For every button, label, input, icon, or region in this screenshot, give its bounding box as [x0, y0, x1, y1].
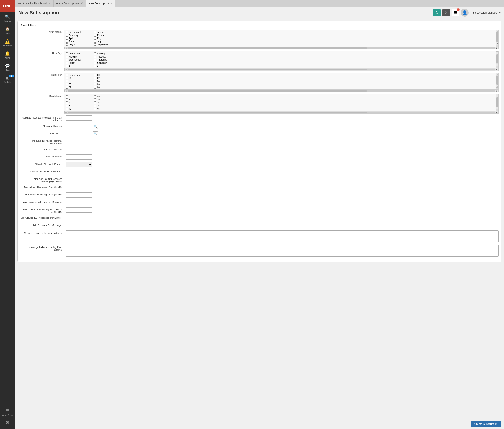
- sidebar-item-chats[interactable]: 💬 Chats: [0, 61, 15, 73]
- cb-hour-00[interactable]: 00: [94, 74, 122, 76]
- max-age-input[interactable]: [66, 177, 92, 182]
- cb-sunday-input[interactable]: [94, 53, 96, 55]
- cb-august-input[interactable]: [66, 43, 68, 46]
- cb-min-05[interactable]: 05: [94, 95, 122, 98]
- run-day-vscroll-down[interactable]: ▼: [496, 64, 499, 66]
- cb-day-2-input[interactable]: [94, 65, 96, 67]
- run-hour-vscroll-up[interactable]: ▲: [496, 73, 499, 75]
- tab-neo-close[interactable]: ✕: [48, 2, 51, 5]
- cb-june-input[interactable]: [66, 40, 68, 43]
- run-month-vscroll-up[interactable]: ▲: [496, 30, 499, 33]
- cb-april[interactable]: April: [66, 37, 94, 40]
- cb-hour-03[interactable]: 03: [66, 80, 94, 82]
- cb-tuesday-input[interactable]: [94, 55, 96, 58]
- run-minute-scroll-left[interactable]: ◀: [64, 111, 67, 114]
- min-records-input[interactable]: [66, 223, 92, 228]
- cb-every-month-input[interactable]: [66, 31, 68, 34]
- cb-september-input[interactable]: [94, 43, 96, 46]
- cb-every-month[interactable]: Every Month: [66, 31, 94, 34]
- cb-every-hour[interactable]: Every Hour: [66, 74, 94, 76]
- cb-min-35[interactable]: 35: [94, 104, 122, 107]
- cb-sunday[interactable]: Sunday: [94, 52, 122, 55]
- run-day-scroll-right[interactable]: ▶: [495, 68, 498, 71]
- cb-min-45[interactable]: 45: [94, 107, 122, 110]
- cb-may[interactable]: May: [94, 37, 122, 40]
- sidebar-item-menus[interactable]: ☰ Menus/Favs: [0, 407, 15, 418]
- max-allowed-processing-input[interactable]: [66, 207, 92, 213]
- cb-day-2[interactable]: 2: [94, 64, 122, 67]
- run-month-scroll-left[interactable]: ◀: [64, 47, 67, 49]
- refresh-button[interactable]: ↻: [433, 9, 441, 16]
- cb-friday[interactable]: Friday: [66, 62, 94, 64]
- execute-as-input[interactable]: [66, 131, 92, 136]
- create-subscription-button[interactable]: Create Subscription: [470, 421, 501, 427]
- cb-monday-input[interactable]: [66, 55, 68, 58]
- cb-min-25[interactable]: 25: [94, 101, 122, 104]
- interface-version-input[interactable]: [66, 147, 92, 152]
- validate-input[interactable]: [66, 116, 92, 121]
- cb-every-day-input[interactable]: [66, 53, 68, 55]
- run-minute-scroll-right[interactable]: ▶: [495, 111, 498, 114]
- run-hour-vscroll-down[interactable]: ▼: [496, 85, 499, 88]
- run-hour-scroll-right[interactable]: ▶: [495, 90, 498, 92]
- tab-neo[interactable]: Neo Analytics Dashboard ✕: [15, 0, 54, 7]
- user-dropdown[interactable]: 👤 Transportation Manager ▾: [461, 9, 501, 17]
- cb-july[interactable]: July: [94, 40, 122, 43]
- cb-june[interactable]: June: [66, 40, 94, 43]
- sidebar-item-switch[interactable]: ⊞ Switch 📋: [0, 73, 15, 86]
- cb-min-10[interactable]: 10: [66, 98, 94, 101]
- run-minute-vscroll-up[interactable]: ▲: [496, 94, 499, 97]
- sidebar-item-system[interactable]: ⚙: [0, 418, 15, 427]
- min-kb-processed-input[interactable]: [66, 215, 92, 221]
- max-message-size-input[interactable]: [66, 185, 92, 190]
- cb-hour-06-input[interactable]: [94, 83, 96, 86]
- cb-february-input[interactable]: [66, 34, 68, 36]
- cb-thursday-input[interactable]: [94, 59, 96, 61]
- cb-hour-05-input[interactable]: [66, 83, 68, 86]
- cb-min-30-input[interactable]: [66, 105, 68, 107]
- menu-button[interactable]: ☰ 1: [451, 9, 459, 16]
- cb-july-input[interactable]: [94, 40, 96, 43]
- cb-min-00[interactable]: 00: [66, 95, 94, 98]
- cb-hour-03-input[interactable]: [66, 80, 68, 82]
- cb-hour-06[interactable]: 06: [94, 83, 122, 86]
- cb-min-45-input[interactable]: [94, 107, 96, 110]
- cb-february[interactable]: February: [66, 34, 94, 36]
- close-button[interactable]: ✕: [442, 9, 450, 16]
- tab-new-sub-close[interactable]: ✕: [110, 2, 113, 5]
- cb-may-input[interactable]: [94, 37, 96, 40]
- run-hour-scroll-left[interactable]: ◀: [64, 90, 67, 92]
- run-minute-vscroll-down[interactable]: ▼: [496, 107, 499, 109]
- tab-alerts-sub[interactable]: Alerts Subscriptions ✕: [54, 0, 86, 7]
- cb-min-15[interactable]: 15: [94, 98, 122, 101]
- create-alert-select[interactable]: Low Medium High Critical: [66, 162, 92, 167]
- sidebar-item-home[interactable]: 🏠 Home: [0, 25, 15, 37]
- cb-min-40[interactable]: 40: [66, 107, 94, 110]
- tab-alerts-sub-close[interactable]: ✕: [81, 2, 83, 5]
- cb-august[interactable]: August: [66, 43, 94, 46]
- msg-failed-patterns-input[interactable]: [66, 231, 499, 242]
- cb-min-30[interactable]: 30: [66, 104, 94, 107]
- cb-hour-02[interactable]: 02: [94, 77, 122, 79]
- cb-wednesday-input[interactable]: [66, 59, 68, 61]
- cb-min-35-input[interactable]: [94, 105, 96, 107]
- cb-hour-04-input[interactable]: [94, 80, 96, 82]
- cb-april-input[interactable]: [66, 37, 68, 40]
- cb-hour-07[interactable]: 07: [66, 86, 94, 89]
- message-queues-input[interactable]: [66, 124, 92, 129]
- cb-min-20-input[interactable]: [66, 101, 68, 104]
- cb-thursday[interactable]: Thursday: [94, 58, 122, 61]
- cb-min-40-input[interactable]: [66, 107, 68, 110]
- execute-as-search-btn[interactable]: 🔍: [93, 131, 98, 136]
- min-expected-input[interactable]: [66, 169, 92, 174]
- cb-saturday[interactable]: Saturday: [94, 62, 122, 64]
- inbound-interfaces-input[interactable]: [66, 139, 92, 144]
- cb-hour-02-input[interactable]: [94, 77, 96, 79]
- max-processing-errors-input[interactable]: [66, 200, 92, 205]
- sidebar-item-alerts[interactable]: 🔔 Alerts: [0, 49, 15, 61]
- cb-min-00-input[interactable]: [66, 95, 68, 98]
- cb-january[interactable]: January: [94, 31, 122, 34]
- message-queues-search-btn[interactable]: 🔍: [93, 124, 98, 129]
- sidebar-item-search[interactable]: 🔍 Search: [0, 12, 15, 25]
- cb-march[interactable]: March: [94, 34, 122, 36]
